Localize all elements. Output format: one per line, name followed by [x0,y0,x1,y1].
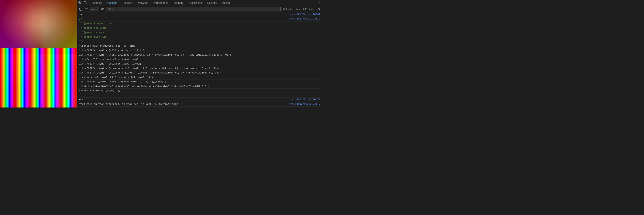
tab-security[interactable]: Security [204,0,220,6]
list-item: let /*vec2*/ _sym2 = vec2.mulvn(uv,_sym0… [77,57,322,62]
code-line: * @param res vec2 [79,27,320,30]
clear-console-icon[interactable] [78,7,83,12]
list-item: let /*f32*/ _sym1 = ((env.swizzle1(fragC… [77,53,322,57]
tab-sources[interactable]: Sources [120,0,135,6]
filter-icon[interactable] [84,7,89,12]
code-line: * @param uv vec2 [79,31,320,34]
svg-rect-5 [86,2,87,3]
tab-console[interactable]: Console [105,0,120,6]
list-item: * @param fragCoord vec2 [77,22,322,26]
more-tabs-icon[interactable]: ⋮ [317,0,322,5]
tab-audits[interactable]: Audits [220,0,232,6]
filter-input[interactable] [106,7,280,12]
code-line: (env.swizzle1(_sym2, 0) * env.swizzle1(_… [79,76,320,79]
code-line: function main(fragCoord, res, uv, time) … [79,44,320,48]
code-line: let /*vec3*/ _sym6 = vec3.sin(vec3.mulvn… [79,80,320,84]
list-item: JS: src.f10117fe.js:24569 [77,13,322,17]
list-item: let /*f32*/ _sym0 = ((f32.sin(time) * 2)… [77,48,322,53]
js-source-link-1[interactable]: src.f10117fe.js:24569 [289,13,320,16]
svg-point-8 [101,8,104,10]
default-levels-selector[interactable]: Default levels ▼ [282,7,302,11]
eye-icon[interactable] [100,7,105,12]
canvas-stripe-overlay [0,48,77,108]
glsl-source-link-1[interactable]: src.f10117fe.js:24571 [289,98,320,101]
tab-performance[interactable]: Performance [150,0,171,6]
canvas-dark-overlay [0,0,77,54]
list-item: return env.vec4vn(_sym6, 1); [77,89,322,93]
tab-application[interactable]: Application [186,0,204,6]
code-line: let /*f32*/ _sym1 = ((env.swizzle1(fragC… [79,53,320,57]
code-line: * @param time f32 [79,35,320,39]
code-line: * @param fragCoord vec2 [79,22,320,25]
tab-memory[interactable]: Memory [171,0,186,6]
console-toolbar: top ▼ Default levels ▼ 288 hidden ⚙ [77,6,322,12]
console-output[interactable]: JS: src.f10117fe.js:24569 /** src.f10117… [77,12,322,108]
chevron-down-icon: ▼ [299,8,301,10]
devtools-tabs: Elements Console Sources Network Perform… [77,0,322,6]
settings-icon[interactable]: ⚙ [316,7,321,12]
devtools-panel: Elements Console Sources Network Perform… [77,0,322,108]
code-line: /** [79,18,287,21]
glsl-label: GLSL: [79,98,287,101]
svg-line-7 [80,9,82,10]
tab-elements[interactable]: Elements [88,0,105,6]
list-item: GLSL: src.f10117fe.js:24571 [77,98,322,102]
list-item: _sym6 = vec3.addvn(vec3.mulvn(vec3.cos(v… [77,84,322,89]
list-item: let /*f32*/ _sym3 = vec2.dot(_sym2, _sym… [77,62,322,66]
svg-rect-4 [84,2,86,4]
list-item: * @param res vec2 [77,26,322,31]
code-line: _sym6 = vec3.addvn(vec3.mulvn(vec3.cos(v… [79,85,320,88]
list-item: function main(fragCoord, res, uv, time) … [77,44,322,48]
code-line: float _sym0 = ((sin(time) * 2.0) + 3.0); [79,107,320,108]
chevron-down-icon: ▼ [96,8,98,10]
list-item: } [77,93,322,98]
code-line: */ [79,40,320,43]
device-toggle-icon[interactable] [83,0,88,5]
webgl-canvas [0,0,77,108]
code-line: let /*f32*/ _sym5 = (((_sym4 + (_sym1 * … [79,71,320,75]
list-item: */ [77,39,322,44]
tab-network[interactable]: Network [135,0,150,6]
svg-rect-0 [79,1,80,3]
inspect-icon[interactable] [77,0,83,5]
list-item: float _sym0 = ((sin(time) * 2.0) + 3.0); [77,107,322,108]
js-source-link-2[interactable]: src.f10117fe.js:24570 [289,18,320,20]
hidden-count: 288 hidden [303,8,315,11]
list-item: * @param uv vec2 [77,31,322,35]
list-item: let /*vec3*/ _sym6 = vec3.sin(vec3.mulvn… [77,80,322,84]
list-item: (env.swizzle1(_sym2, 0) * env.swizzle1(_… [77,75,322,80]
code-line: let /*vec2*/ _sym2 = vec2.mulvn(uv,_sym0… [79,58,320,61]
list-item: let /*f32*/ _sym4 = ((env.swizzle1(_sym2… [77,66,322,71]
glsl-source-link-2[interactable]: src.f10117fe.js:24572 [289,103,320,105]
list-item: vec4 main(in vec2 fragCoord, in vec2 res… [77,102,322,107]
js-label: JS: [79,13,287,16]
list-item: let /*f32*/ _sym5 = (((_sym4 + (_sym1 * … [77,71,322,75]
code-line: let /*f32*/ _sym0 = ((f32.sin(time) * 2)… [79,49,320,52]
code-line: vec4 main(in vec2 fragCoord, in vec2 res… [79,103,287,106]
context-selector[interactable]: top ▼ [90,7,99,12]
code-line: let /*f32*/ _sym3 = vec2.dot(_sym2, _sym… [79,62,320,66]
list-item: * @param time f32 [77,35,322,39]
code-line: let /*f32*/ _sym4 = ((env.swizzle1(_sym2… [79,67,320,70]
list-item: /** src.f10117fe.js:24570 [77,17,322,22]
code-line: return env.vec4vn(_sym6, 1); [79,89,320,93]
code-line: } [79,94,320,97]
svg-point-9 [102,9,103,10]
